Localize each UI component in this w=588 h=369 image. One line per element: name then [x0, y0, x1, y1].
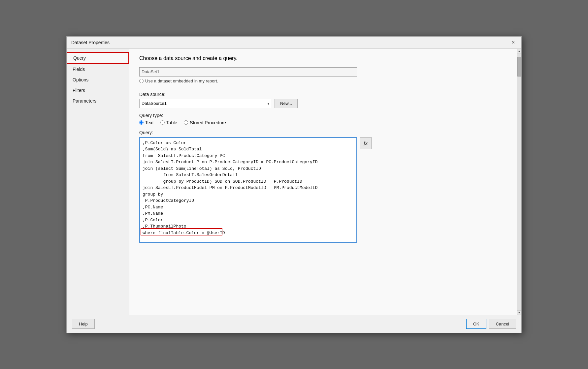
datasource-select-wrapper: DataSource1 ▾	[139, 99, 271, 108]
query-label: Query:	[139, 130, 507, 135]
scroll-up-arrow[interactable]: ▲	[517, 49, 522, 53]
dialog-footer: Help OK Cancel	[67, 315, 521, 333]
query-editor-wrapper: ,P.Color as Color ,Sum(Sold) as SoldTota…	[139, 137, 507, 243]
query-type-text-label[interactable]: Text	[139, 120, 154, 125]
cancel-button[interactable]: Cancel	[489, 319, 516, 329]
query-type-table: Table	[166, 120, 177, 125]
dataset-name-row	[139, 67, 507, 77]
embedded-radio[interactable]	[139, 79, 144, 83]
datasource-select[interactable]: DataSource1	[139, 99, 271, 108]
footer-right: OK Cancel	[466, 319, 516, 329]
scroll-track	[517, 53, 522, 310]
dialog-body: Query Fields Options Filters Parameters …	[67, 49, 521, 315]
sidebar-item-options[interactable]: Options	[67, 75, 129, 85]
query-type-table-label[interactable]: Table	[160, 120, 177, 125]
query-type-section: Query type: Text Table	[139, 113, 507, 125]
sidebar-item-fields[interactable]: Fields	[67, 64, 129, 75]
dataset-properties-dialog: Dataset Properties × Query Fields Option…	[66, 36, 522, 333]
scroll-down-arrow[interactable]: ▼	[517, 310, 522, 315]
page-title: Choose a data source and create a query.	[139, 55, 507, 61]
query-section: Query: ,P.Color as Color ,Sum(Sold) as S…	[139, 130, 507, 243]
query-type-stored-proc-label[interactable]: Stored Procedure	[184, 120, 226, 125]
close-button[interactable]: ×	[510, 39, 517, 46]
query-type-table-radio[interactable]	[160, 120, 165, 125]
main-scroll-area: Choose a data source and create a query.…	[129, 49, 517, 315]
query-type-stored-proc: Stored Procedure	[190, 120, 226, 125]
sidebar-item-filters[interactable]: Filters	[67, 85, 129, 96]
query-type-stored-proc-radio[interactable]	[184, 120, 188, 125]
main-scrollbar: ▲ ▼	[517, 49, 521, 315]
main-content: Choose a data source and create a query.…	[129, 49, 521, 315]
embedded-radio-label[interactable]: Use a dataset embedded in my report.	[139, 78, 507, 83]
ok-button[interactable]: OK	[466, 319, 486, 329]
data-source-label: Data source:	[139, 92, 507, 97]
separator-1	[139, 87, 507, 87]
help-button[interactable]: Help	[72, 319, 95, 329]
sidebar-item-parameters[interactable]: Parameters	[67, 96, 129, 106]
query-type-label: Query type:	[139, 113, 507, 118]
dataset-name-input[interactable]	[139, 67, 357, 77]
query-type-text-radio[interactable]	[139, 120, 144, 125]
footer-left: Help	[72, 319, 95, 329]
sidebar-item-query[interactable]: Query	[67, 52, 129, 64]
query-textarea[interactable]: ,P.Color as Color ,Sum(Sold) as SoldTota…	[139, 137, 357, 243]
scroll-thumb[interactable]	[517, 57, 521, 77]
embedded-radio-row: Use a dataset embedded in my report.	[139, 78, 507, 83]
query-type-radios: Text Table Stored Procedure	[139, 120, 507, 125]
sidebar: Query Fields Options Filters Parameters	[67, 49, 129, 315]
query-type-text: Text	[145, 120, 154, 125]
title-bar: Dataset Properties ×	[67, 37, 521, 49]
new-datasource-button[interactable]: New...	[275, 99, 298, 108]
data-source-row: DataSource1 ▾ New...	[139, 99, 507, 108]
embedded-radio-text: Use a dataset embedded in my report.	[145, 78, 218, 83]
query-textarea-container: ,P.Color as Color ,Sum(Sold) as SoldTota…	[139, 137, 357, 243]
fx-button[interactable]: fx	[360, 137, 372, 149]
dialog-title: Dataset Properties	[71, 40, 110, 45]
